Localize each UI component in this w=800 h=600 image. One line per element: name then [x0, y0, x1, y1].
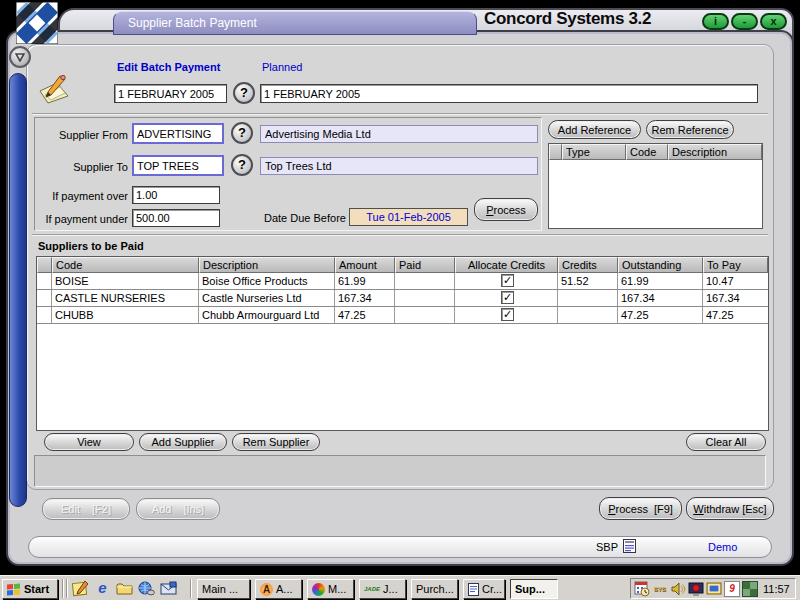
info-button[interactable]: i — [702, 13, 729, 30]
document-icon — [623, 539, 636, 553]
supplier-from-input[interactable] — [132, 123, 224, 144]
taskbar-button-a[interactable]: A A... — [255, 579, 302, 599]
screen: Supplier Batch Payment Concord Systems 3… — [0, 0, 800, 600]
ref-col-description: Description — [668, 144, 762, 160]
batch-date-input[interactable] — [114, 84, 227, 103]
col-allocate-credits: Allocate Credits — [455, 257, 558, 273]
col-code: Code — [52, 257, 199, 273]
col-outstanding: Outstanding — [618, 257, 703, 273]
letter-a-icon: A — [260, 583, 273, 596]
supplier-to-label: Supplier To — [40, 161, 128, 174]
taskbar-button-j[interactable]: JADE J... — [359, 579, 406, 599]
table-row[interactable]: CHUBB Chubb Armourguard Ltd 47.25 ✓ 47.2… — [37, 307, 768, 324]
taskbar-button-sup[interactable]: Sup... — [510, 579, 558, 599]
withdraw-button[interactable]: Withdraw [Esc] — [686, 497, 774, 520]
start-button[interactable]: Start — [2, 579, 58, 599]
divider — [32, 113, 768, 115]
app-brand: Concord Systems 3.2 — [484, 9, 702, 29]
planned-date-input[interactable] — [260, 84, 758, 103]
add-button[interactable]: Add[Ins] — [136, 498, 220, 520]
col-amount: Amount — [335, 257, 395, 273]
sidebar-collapse-button[interactable] — [9, 46, 31, 68]
document-icon — [468, 583, 479, 596]
divider — [66, 579, 68, 598]
status-mode: Demo — [708, 541, 737, 554]
monitor-tray-icon[interactable] — [688, 581, 704, 597]
display-tray-icon[interactable] — [706, 581, 722, 597]
taskbar-button-main[interactable]: Main ... — [197, 579, 250, 599]
supplier-to-name: Top Trees Ltd — [260, 157, 538, 175]
taskbar-button-purch[interactable]: Purch... — [411, 579, 458, 599]
payment-under-label: If payment under — [28, 213, 128, 226]
col-credits: Credits — [558, 257, 618, 273]
jade-icon: JADE — [364, 586, 380, 592]
suppliers-title: Suppliers to be Paid — [38, 240, 144, 253]
windows-logo-icon — [7, 583, 20, 595]
supplier-from-label: Supplier From — [40, 129, 128, 142]
status-bar — [28, 536, 772, 558]
payment-under-input[interactable] — [132, 209, 220, 227]
process-button[interactable]: Process — [474, 198, 538, 221]
supplier-from-help-button[interactable]: ? — [231, 122, 253, 144]
divider — [190, 579, 192, 598]
col-select — [37, 257, 52, 273]
ref-col-code: Code — [626, 144, 668, 160]
allocate-checkbox[interactable]: ✓ — [501, 308, 514, 321]
pinwheel-icon — [312, 583, 325, 596]
divider — [62, 579, 64, 598]
mail-icon[interactable] — [160, 580, 177, 597]
system-tray: SYS 9 11:57 — [630, 578, 796, 599]
volume-tray-icon[interactable] — [670, 581, 686, 597]
planned-label: Planned — [262, 61, 302, 74]
ref-col-select — [549, 144, 562, 160]
payment-over-input[interactable] — [132, 186, 220, 204]
date-due-label: Date Due Before — [264, 212, 346, 225]
edit-button[interactable]: Edit[F2] — [42, 498, 130, 520]
edit-batch-label: Edit Batch Payment — [117, 61, 220, 74]
ref-col-type: Type — [562, 144, 626, 160]
sidebar-blue-bar — [9, 73, 27, 507]
references-table: Type Code Description — [548, 143, 763, 229]
suppliers-header: Code Description Amount Paid Allocate Cr… — [37, 257, 768, 273]
network-tray-icon[interactable] — [742, 581, 758, 597]
col-description: Description — [199, 257, 335, 273]
minimize-button[interactable]: - — [731, 13, 758, 30]
allocate-checkbox[interactable]: ✓ — [501, 274, 514, 287]
taskbar-button-m[interactable]: M... — [307, 579, 354, 599]
rem-reference-button[interactable]: Rem Reference — [646, 120, 734, 139]
folder-icon[interactable] — [116, 580, 133, 597]
col-to-pay: To Pay — [703, 257, 768, 273]
scheduler-tray-icon[interactable] — [634, 581, 650, 597]
supplier-to-input[interactable] — [132, 155, 224, 176]
clear-all-button[interactable]: Clear All — [686, 433, 766, 451]
tray-clock: 11:57 — [763, 583, 790, 595]
message-strip — [34, 455, 766, 487]
date-due-field: Tue 01-Feb-2005 — [349, 208, 468, 226]
references-header: Type Code Description — [549, 144, 762, 160]
internet-explorer-icon[interactable]: e — [94, 580, 111, 597]
triangle-icon — [15, 53, 25, 62]
window-tab-title: Supplier Batch Payment — [113, 11, 477, 35]
table-row[interactable]: BOISE Boise Office Products 61.99 ✓ 51.5… — [37, 273, 768, 290]
process-f9-button[interactable]: Process[F9] — [599, 497, 682, 520]
calendar-tray-icon[interactable]: 9 — [724, 581, 740, 597]
add-reference-button[interactable]: Add Reference — [548, 120, 641, 139]
status-code: SBP — [596, 541, 618, 554]
rem-supplier-button[interactable]: Rem Supplier — [232, 433, 320, 451]
table-row[interactable]: CASTLE NURSERIES Castle Nurseries Ltd 16… — [37, 290, 768, 307]
close-button[interactable]: x — [760, 13, 787, 30]
edit-note-icon — [38, 74, 72, 104]
allocate-checkbox[interactable]: ✓ — [501, 291, 514, 304]
add-supplier-button[interactable]: Add Supplier — [139, 433, 227, 451]
payment-over-label: If payment over — [32, 190, 128, 203]
concord-logo-icon — [16, 2, 58, 44]
taskbar: Start e Main ... A A... — [0, 575, 800, 600]
view-button[interactable]: View — [44, 433, 134, 451]
supplier-to-help-button[interactable]: ? — [231, 154, 253, 176]
batch-help-button[interactable]: ? — [233, 82, 255, 104]
globe-connection-icon[interactable] — [138, 580, 155, 597]
taskbar-button-cr[interactable]: Cr... — [463, 579, 505, 599]
col-paid: Paid — [395, 257, 455, 273]
notes-quicklaunch-icon[interactable] — [72, 580, 89, 597]
sys-tray-icon[interactable]: SYS — [652, 581, 668, 597]
